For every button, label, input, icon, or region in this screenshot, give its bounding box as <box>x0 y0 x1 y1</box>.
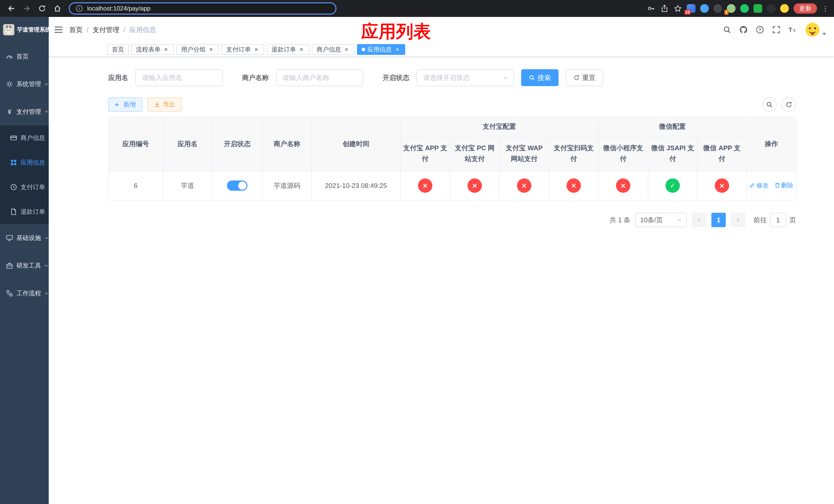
trash-icon <box>774 183 780 188</box>
extension-icon-5[interactable] <box>740 4 749 13</box>
tab-home[interactable]: 首页 <box>107 44 129 55</box>
extension-icon-3[interactable] <box>714 4 722 13</box>
browser-reload-button[interactable] <box>36 2 48 15</box>
bookmark-star-icon[interactable] <box>674 4 682 13</box>
edit-link[interactable]: 修改 <box>749 181 768 189</box>
toggle-search-button[interactable] <box>762 97 776 112</box>
delete-link[interactable]: 删除 <box>774 181 793 189</box>
sidebar-item-label: 应用信息 <box>21 158 45 167</box>
tab-label: 流程表单 <box>136 45 160 53</box>
avatar <box>805 22 820 38</box>
help-icon[interactable]: ? <box>755 25 764 34</box>
sidebar-fold-icon[interactable] <box>53 24 64 36</box>
user-menu[interactable] <box>805 22 826 38</box>
extension-icon-7[interactable] <box>767 4 775 13</box>
app-name-input[interactable] <box>135 69 223 86</box>
cell-name: 芋道 <box>163 171 212 200</box>
pencil-icon <box>749 183 755 188</box>
toolbox-icon <box>6 262 13 270</box>
sidebar-item-pay-order[interactable]: 支付订单 <box>0 175 49 200</box>
col-header-wx-lite: 微信小程序支付 <box>598 136 648 171</box>
active-dot <box>361 48 365 51</box>
sidebar-item-refund-order[interactable]: 退款订单 <box>0 200 49 224</box>
page-number-button[interactable]: 1 <box>711 213 726 227</box>
app-name-label: 应用名 <box>108 73 128 82</box>
tab-merchant-info[interactable]: 商户信息 <box>312 44 354 55</box>
sidebar-item-label: 研发工具 <box>16 261 41 270</box>
sidebar-item-label: 支付管理 <box>16 108 41 116</box>
app-logo[interactable]: 芋道管理系统 <box>0 17 49 43</box>
tab-refund-order[interactable]: 退款订单 <box>267 44 309 55</box>
password-key-icon[interactable] <box>647 4 656 13</box>
sidebar-item-payment[interactable]: ¥ 支付管理 <box>0 98 49 125</box>
breadcrumb-section[interactable]: 支付管理 <box>93 25 119 35</box>
github-icon[interactable] <box>739 25 748 34</box>
sidebar-item-merchant-info[interactable]: 商户信息 <box>0 125 49 150</box>
prev-page-button[interactable] <box>692 213 706 227</box>
close-icon[interactable] <box>298 46 305 53</box>
group-header-wechat: 微信配置 <box>598 117 747 136</box>
app-table: 应用编号 应用名 开启状态 商户名称 创建时间 支付宝配置 微信配置 操作 支付… <box>108 117 796 201</box>
font-size-icon[interactable]: TT <box>788 25 797 34</box>
profile-avatar-icon[interactable] <box>780 4 789 13</box>
share-icon[interactable] <box>660 4 669 13</box>
goto-prefix: 前往 <box>753 215 767 225</box>
browser-menu-icon[interactable] <box>822 5 829 13</box>
page-size-select[interactable]: 10条/页 <box>636 213 687 227</box>
gear-icon <box>6 80 13 88</box>
col-header-created: 创建时间 <box>312 117 400 171</box>
search-button-label: 搜索 <box>537 73 551 82</box>
sidebar-item-label: 系统管理 <box>16 80 41 88</box>
browser-home-button[interactable] <box>51 2 64 15</box>
address-bar[interactable]: localhost:1024/pay/app <box>69 2 336 15</box>
extension-icon-6[interactable] <box>753 4 762 13</box>
extension-icon-4[interactable]: 1 <box>727 4 736 13</box>
search-icon[interactable] <box>723 25 731 34</box>
extension-icon-1[interactable]: 10 <box>687 4 696 13</box>
toolbar-right <box>762 97 796 112</box>
goto-suffix: 页 <box>789 215 796 225</box>
tab-label: 商户信息 <box>316 45 341 53</box>
breadcrumb-home[interactable]: 首页 <box>69 25 83 35</box>
next-page-button[interactable] <box>731 213 745 227</box>
tab-pay-order[interactable]: 支付订单 <box>222 44 264 55</box>
browser-back-button[interactable] <box>5 2 18 15</box>
table-toolbar: 新增 导出 <box>108 97 796 112</box>
browser-forward-button[interactable] <box>21 2 33 15</box>
sidebar-item-system[interactable]: 系统管理 <box>0 70 49 98</box>
close-icon[interactable] <box>394 46 401 53</box>
goto-page-input[interactable] <box>770 213 786 227</box>
tab-process-form[interactable]: 流程表单 <box>131 44 174 55</box>
enabled-toggle[interactable] <box>227 181 247 191</box>
goto-page: 前往 页 <box>753 213 796 227</box>
fullscreen-icon[interactable] <box>772 25 781 34</box>
sidebar-item-workflow[interactable]: 工作流程 <box>0 279 49 307</box>
extension-badge: 10 <box>684 10 691 15</box>
delete-link-label: 删除 <box>781 181 793 189</box>
reset-button[interactable]: 重置 <box>566 69 603 86</box>
browser-update-button[interactable]: 更新 <box>793 3 817 14</box>
close-icon[interactable] <box>343 46 350 53</box>
sidebar-item-app-info[interactable]: 应用信息 <box>0 150 49 175</box>
tab-user-group[interactable]: 用户分组 <box>176 44 219 55</box>
sidebar-item-dev-tools[interactable]: 研发工具 <box>0 252 49 279</box>
breadcrumb-separator: / <box>123 26 125 34</box>
close-icon[interactable] <box>162 46 169 53</box>
close-icon[interactable] <box>253 46 260 53</box>
status-label: 开启状态 <box>382 73 409 82</box>
status-select[interactable]: 请选择开启状态 <box>416 69 514 86</box>
refresh-table-button[interactable] <box>782 97 796 112</box>
export-button[interactable]: 导出 <box>148 97 182 112</box>
extension-icon-2[interactable] <box>700 4 709 13</box>
site-info-icon[interactable] <box>75 4 84 13</box>
add-button[interactable]: 新增 <box>108 97 142 112</box>
refresh-icon <box>786 101 792 108</box>
sidebar-item-infra[interactable]: 基础设施 <box>0 224 49 252</box>
merchant-name-input[interactable] <box>276 69 363 86</box>
status-cross-icon: × <box>567 178 581 193</box>
cell-created: 2021-10-23 08:49:25 <box>312 171 400 200</box>
close-icon[interactable] <box>208 46 214 53</box>
sidebar-item-home[interactable]: 首页 <box>0 43 49 70</box>
tab-app-info[interactable]: 应用信息 <box>357 44 405 55</box>
search-button[interactable]: 搜索 <box>521 69 558 86</box>
